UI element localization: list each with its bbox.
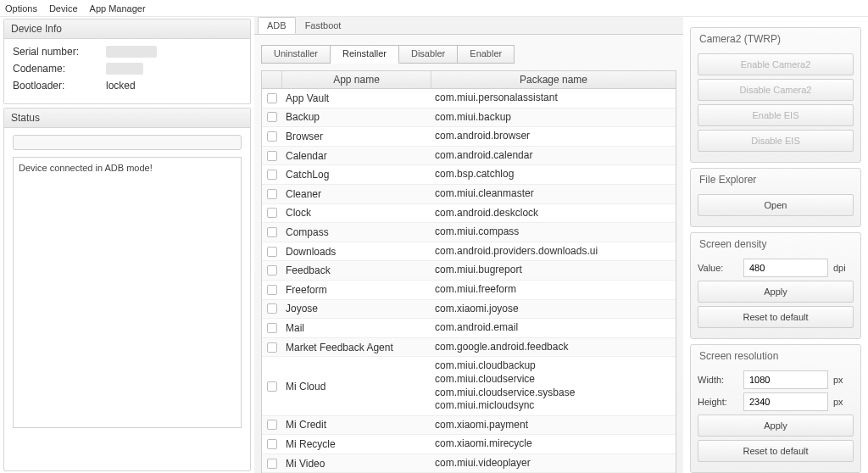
row-app-name: Joyose — [282, 300, 431, 317]
row-package: com.miui.cloudbackup com.miui.cloudservi… — [431, 357, 676, 415]
row-checkbox[interactable] — [267, 208, 277, 218]
row-package: com.miui.videoplayer — [431, 454, 676, 473]
row-app-name: App Vault — [282, 90, 431, 107]
device-info-panel: Device Info Serial number: Codename: Boo… — [3, 19, 251, 104]
row-checkbox[interactable] — [267, 381, 277, 392]
enable-eis-button[interactable]: Enable EIS — [698, 104, 854, 126]
resolution-title: Screen resolution — [691, 345, 860, 367]
tab-disabler[interactable]: Disabler — [399, 45, 458, 64]
row-package: com.android.providers.downloads.ui — [431, 242, 676, 261]
table-row[interactable]: Downloadscom.android.providers.downloads… — [262, 242, 676, 262]
right-bar: Camera2 (TWRP) Enable Camera2 Disable Ca… — [683, 17, 868, 473]
row-package: com.miui.cleanmaster — [431, 185, 676, 203]
table-body[interactable]: App Vaultcom.miui.personalassistantBacku… — [262, 89, 676, 473]
row-package: com.xiaomi.joyose — [431, 300, 676, 319]
row-app-name: Mi Cloud — [282, 378, 431, 395]
tab-enabler[interactable]: Enabler — [458, 45, 515, 64]
table-row[interactable]: Browsercom.android.browser — [262, 127, 676, 147]
enable-camera2-button[interactable]: Enable Camera2 — [698, 53, 854, 75]
tab-reinstaller[interactable]: Reinstaller — [331, 45, 399, 64]
res-apply-button[interactable]: Apply — [698, 415, 854, 437]
tab-adb[interactable]: ADB — [258, 17, 296, 34]
row-checkbox[interactable] — [267, 131, 277, 142]
row-checkbox[interactable] — [267, 112, 277, 122]
serial-value — [106, 46, 157, 58]
density-input[interactable] — [743, 259, 828, 277]
row-checkbox[interactable] — [267, 170, 277, 180]
row-app-name: Downloads — [282, 243, 431, 260]
row-checkbox[interactable] — [267, 151, 277, 161]
row-app-name: Market Feedback Agent — [282, 339, 431, 356]
row-checkbox[interactable] — [267, 342, 277, 353]
row-checkbox[interactable] — [267, 265, 277, 275]
row-app-name: Mail — [282, 320, 431, 337]
table-row[interactable]: Mi Cloudcom.miui.cloudbackup com.miui.cl… — [262, 357, 676, 415]
screen-resolution-panel: Screen resolution Width: px Height: px A… — [690, 344, 861, 473]
table-row[interactable]: Market Feedback Agentcom.google.android.… — [262, 338, 676, 358]
table-row[interactable]: Cleanercom.miui.cleanmaster — [262, 185, 676, 204]
row-checkbox[interactable] — [267, 227, 277, 237]
table-row[interactable]: Compasscom.miui.compass — [262, 223, 676, 242]
density-apply-button[interactable]: Apply — [698, 281, 854, 303]
tab-fastboot[interactable]: Fastboot — [296, 17, 351, 34]
table-row[interactable]: Freeformcom.miui.freeform — [262, 281, 676, 300]
file-explorer-title: File Explorer — [691, 169, 860, 191]
row-checkbox[interactable] — [267, 303, 277, 314]
table-row[interactable]: Mi Creditcom.xiaomi.payment — [262, 416, 676, 436]
table-header: App name Package name — [262, 71, 676, 89]
device-info-title: Device Info — [4, 19, 250, 39]
th-package[interactable]: Package name — [431, 71, 676, 88]
menu-app-manager[interactable]: App Manager — [90, 3, 146, 14]
table-row[interactable]: Backupcom.miui.backup — [262, 109, 676, 128]
row-app-name: Calendar — [282, 147, 431, 164]
center-area: ADB Fastboot Uninstaller Reinstaller Dis… — [254, 17, 683, 473]
status-panel: Status Device connected in ADB mode! — [3, 108, 251, 471]
table-row[interactable]: CatchLogcom.bsp.catchlog — [262, 165, 676, 185]
row-checkbox[interactable] — [267, 93, 277, 103]
density-unit: dpi — [833, 263, 854, 273]
row-checkbox[interactable] — [267, 420, 277, 430]
density-reset-button[interactable]: Reset to default — [698, 306, 854, 328]
row-app-name: Mi Recycle — [282, 436, 431, 453]
row-checkbox[interactable] — [267, 189, 277, 199]
table-row[interactable]: Mailcom.android.email — [262, 319, 676, 338]
row-checkbox[interactable] — [267, 285, 277, 295]
table-row[interactable]: Clockcom.android.deskclock — [262, 204, 676, 224]
res-reset-button[interactable]: Reset to default — [698, 440, 854, 462]
row-checkbox[interactable] — [267, 247, 277, 257]
outer-tabs: ADB Fastboot — [254, 17, 683, 35]
row-checkbox[interactable] — [267, 439, 277, 449]
row-checkbox[interactable] — [267, 323, 277, 333]
row-checkbox[interactable] — [267, 459, 277, 469]
tab-uninstaller[interactable]: Uninstaller — [261, 45, 331, 64]
res-height-input[interactable] — [743, 392, 828, 411]
row-app-name: Feedback — [282, 262, 431, 279]
table-row[interactable]: App Vaultcom.miui.personalassistant — [262, 89, 676, 109]
table-row[interactable]: Calendarcom.android.calendar — [262, 147, 676, 166]
inner-tabs: Uninstaller Reinstaller Disabler Enabler — [261, 45, 676, 64]
res-width-input[interactable] — [743, 370, 828, 389]
row-package: com.android.deskclock — [431, 204, 676, 223]
row-app-name: Backup — [282, 109, 431, 125]
bootloader-label: Bootloader: — [13, 80, 106, 92]
table-row[interactable]: Feedbackcom.miui.bugreport — [262, 261, 676, 281]
status-title: Status — [4, 109, 250, 128]
row-package: com.xiaomi.payment — [431, 416, 676, 435]
open-explorer-button[interactable]: Open — [698, 194, 854, 216]
menu-device[interactable]: Device — [49, 3, 78, 14]
disable-eis-button[interactable]: Disable EIS — [698, 130, 854, 152]
disable-camera2-button[interactable]: Disable Camera2 — [698, 79, 854, 101]
row-package: com.miui.compass — [431, 223, 676, 242]
menu-options[interactable]: Options — [5, 3, 37, 14]
row-app-name: Compass — [282, 224, 431, 241]
row-package: com.miui.personalassistant — [431, 89, 676, 108]
th-app-name[interactable]: App name — [282, 71, 431, 88]
table-row[interactable]: Mi Videocom.miui.videoplayer — [262, 454, 676, 473]
status-log: Device connected in ADB mode! — [13, 157, 242, 428]
table-row[interactable]: Joyosecom.xiaomi.joyose — [262, 300, 676, 320]
screen-density-panel: Screen density Value: dpi Apply Reset to… — [690, 232, 861, 339]
progress-bar — [13, 135, 242, 150]
menu-bar: Options Device App Manager — [0, 0, 868, 17]
row-app-name: Mi Credit — [282, 416, 431, 433]
table-row[interactable]: Mi Recyclecom.xiaomi.mirecycle — [262, 435, 676, 454]
